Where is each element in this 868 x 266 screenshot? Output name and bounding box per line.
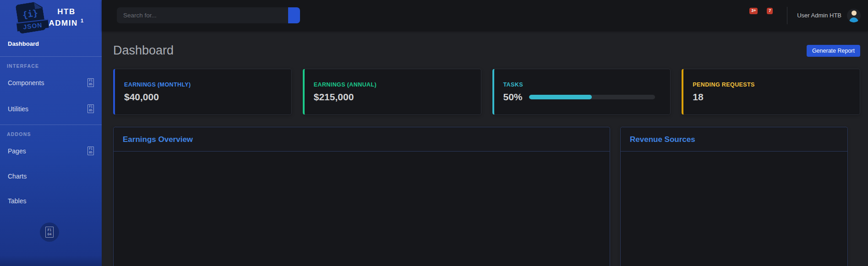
sidebar-item-label: Pages: [8, 147, 26, 155]
user-menu-name[interactable]: User Admin HTB: [797, 12, 841, 19]
brand-superscript: 1: [81, 18, 84, 23]
sidebar-item-label: Tables: [8, 197, 26, 205]
sidebar-toggle-button[interactable]: F104: [40, 223, 59, 242]
topbar-right: 3+ 7 User Admin HTB: [749, 0, 868, 31]
topbar-divider: [787, 7, 787, 24]
chevron-left-icon: F104: [45, 227, 53, 238]
generate-report-button[interactable]: Generate Report: [807, 45, 860, 57]
card-value: $40,000: [124, 92, 282, 103]
panel-title: Revenue Sources: [630, 135, 695, 144]
chevron-right-icon: F105: [87, 78, 94, 87]
page-header: Dashboard Generate Report: [113, 43, 860, 58]
card-earnings-annual: EARNINGS (ANNUAL) $215,000: [303, 69, 481, 115]
avatar-person-icon: [852, 11, 857, 16]
search-group: [117, 7, 300, 23]
sidebar-item-label: Charts: [8, 173, 27, 180]
search-input[interactable]: [117, 7, 288, 23]
card-pending-requests: PENDING REQUESTS 18: [682, 69, 860, 115]
card-tasks: TASKS 50%: [492, 69, 671, 115]
sidebar-heading-addons: ADDONS: [0, 125, 102, 138]
sidebar-item-charts[interactable]: Charts: [0, 164, 102, 189]
sidebar-item-dashboard[interactable]: Dashboard: [0, 33, 102, 54]
stat-cards-row: EARNINGS (MONTHLY) $40,000 EARNINGS (ANN…: [113, 69, 860, 115]
messages-envelope-icon[interactable]: 7: [767, 9, 776, 22]
brand-title: HTB ADMIN 1: [49, 6, 84, 28]
sidebar-item-tables[interactable]: Tables: [0, 189, 102, 213]
user-avatar[interactable]: [847, 9, 861, 22]
alerts-count-badge: 3+: [749, 8, 758, 14]
panel-title: Earnings Overview: [123, 135, 193, 144]
brand-link[interactable]: {i} JSON HTB ADMIN 1: [0, 0, 102, 33]
main-area: 3+ 7 User Admin HTB Dashboard Generate R…: [102, 0, 868, 266]
sidebar-item-label: Components: [8, 79, 44, 87]
sidebar-heading-interface: INTERFACE: [0, 57, 102, 70]
panel-header: Revenue Sources: [621, 127, 847, 152]
panel-header: Earnings Overview: [114, 127, 610, 152]
card-label: TASKS: [503, 81, 661, 88]
card-value: $215,000: [314, 92, 472, 103]
search-button[interactable]: [288, 7, 300, 23]
tasks-progress-bar: [529, 95, 655, 99]
page-title: Dashboard: [113, 43, 174, 58]
card-value: 50%: [503, 92, 523, 103]
chart-panels-row: Earnings Overview Revenue Sources: [113, 127, 860, 266]
card-label: PENDING REQUESTS: [693, 81, 851, 88]
chevron-right-icon: F105: [87, 147, 94, 155]
card-earnings-monthly: EARNINGS (MONTHLY) $40,000: [113, 69, 292, 115]
earnings-chart-area: [114, 152, 610, 266]
earnings-overview-panel: Earnings Overview: [113, 127, 610, 266]
sidebar-item-components[interactable]: Components F105: [0, 70, 102, 96]
card-value: 18: [693, 92, 851, 103]
sidebar-item-pages[interactable]: Pages F105: [0, 138, 102, 164]
revenue-chart-area: [621, 152, 847, 266]
sidebar: {i} JSON HTB ADMIN 1 Dashboard INTERFACE…: [0, 0, 102, 266]
sidebar-item-utilities[interactable]: Utilities F105: [0, 96, 102, 122]
revenue-sources-panel: Revenue Sources: [620, 127, 848, 266]
sidebar-item-label: Utilities: [8, 105, 28, 113]
topbar: 3+ 7 User Admin HTB: [102, 0, 868, 31]
content-area: Dashboard Generate Report EARNINGS (MONT…: [102, 31, 868, 266]
tasks-progress-fill: [529, 95, 592, 99]
card-label: EARNINGS (ANNUAL): [314, 81, 472, 88]
messages-count-badge: 7: [767, 8, 773, 14]
chevron-right-icon: F105: [87, 104, 94, 113]
card-label: EARNINGS (MONTHLY): [124, 81, 282, 88]
app-window: {i} JSON HTB ADMIN 1 Dashboard INTERFACE…: [0, 0, 868, 266]
json-file-logo-icon: {i} JSON: [16, 1, 46, 34]
alerts-bell-icon[interactable]: 3+: [749, 9, 759, 22]
